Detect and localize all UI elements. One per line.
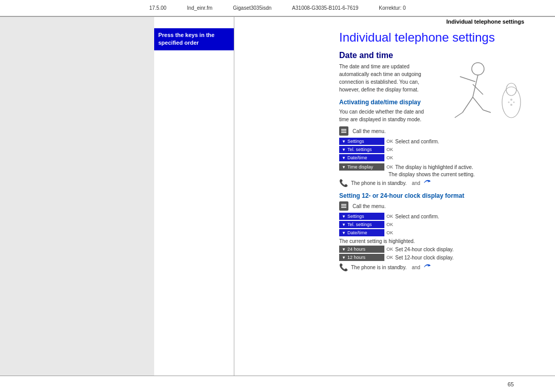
phone-standby-2: The phone is in standby. <box>351 265 406 270</box>
ok-1: OK <box>386 139 393 144</box>
shows-current: The display shows the current setting. <box>388 172 534 177</box>
page-header: 17.5.00 Ind_einr.fm Gigaset3035isdn A310… <box>0 0 555 16</box>
page-number: 65 <box>508 381 514 387</box>
menu-row-1: Call the menu. <box>339 126 427 136</box>
time-display-label: Time display <box>347 164 373 170</box>
ctrl-btn-12h[interactable]: ▼ 12 hours <box>339 254 384 261</box>
svg-line-5 <box>455 113 462 118</box>
svg-rect-15 <box>341 130 346 132</box>
arrow-down-4: ▼ <box>342 165 346 170</box>
svg-line-1 <box>473 75 478 97</box>
arrow-down-2: ▼ <box>342 147 346 152</box>
tel-settings-label-1: Tel. settings <box>347 147 372 152</box>
ctrl-btn-tel-1[interactable]: ▼ Tel. settings <box>339 146 384 153</box>
header-product: Gigaset3035isdn <box>233 5 271 11</box>
settings-label-2: Settings <box>347 214 364 219</box>
vertical-divider <box>234 16 234 376</box>
header-right-title: Individual telephone settings <box>446 18 524 25</box>
standby-row-1: 📞 The phone is in standby. and <box>339 179 534 187</box>
call-menu-2: Call the menu. <box>353 203 385 209</box>
svg-rect-17 <box>341 204 346 205</box>
header-code: A31008-G3035-B101-6-7619 <box>292 5 358 11</box>
and-text-2: and <box>412 265 420 270</box>
svg-point-13 <box>513 102 515 103</box>
ctrl-btn-time[interactable]: ▼ Time display <box>339 163 384 171</box>
page-title: Individual telephone settings <box>339 30 534 45</box>
highlighted-active: The display is highlighted if active. <box>395 164 473 170</box>
set-12h: Set 12-hour clock display. <box>395 255 454 260</box>
current-highlighted: The current setting is highlighted. <box>339 238 534 244</box>
phone-standby-1: The phone is in standby. <box>351 180 406 186</box>
svg-point-11 <box>510 104 512 106</box>
select-confirm-1: Select and confirm. <box>395 139 439 144</box>
svg-line-2 <box>460 77 475 82</box>
arrow-down-7: ▼ <box>342 231 346 235</box>
illustration <box>432 51 534 128</box>
svg-point-8 <box>502 87 521 118</box>
svg-line-6 <box>473 97 483 110</box>
header-correction: Korrektur: 0 <box>379 5 405 11</box>
phone-icon-2: 📞 <box>339 263 348 271</box>
controls-group-2: ▼ Settings OK Select and confirm. ▼ Tel.… <box>339 213 534 236</box>
svg-rect-16 <box>341 132 346 133</box>
ctrl-btn-tel-2[interactable]: ▼ Tel. settings <box>339 221 384 228</box>
svg-rect-19 <box>341 207 346 208</box>
time-display-row: ▼ Time display OK The display is highlig… <box>339 163 534 171</box>
ok-time: OK <box>386 164 393 170</box>
menu-icon-1 <box>339 126 348 136</box>
header-file: Ind_einr.fm <box>187 5 212 11</box>
controls-group-1: ▼ Settings OK Select and confirm. ▼ Tel.… <box>339 138 534 161</box>
svg-point-9 <box>506 83 516 96</box>
curved-arrow-2 <box>423 264 433 271</box>
svg-line-7 <box>483 110 491 113</box>
ctrl-btn-date-1[interactable]: ▼ Date/time <box>339 154 384 161</box>
standby-row-2: 📞 The phone is in standby. and <box>339 263 534 271</box>
svg-point-10 <box>510 99 512 101</box>
ctrl-btn-settings-2[interactable]: ▼ Settings <box>339 213 384 220</box>
ctrl-row-24h: ▼ 24 hours OK Set 24-hour clock display. <box>339 246 534 253</box>
ok-7: OK <box>386 247 393 252</box>
svg-line-4 <box>462 97 473 113</box>
select-confirm-2: Select and confirm. <box>395 214 439 219</box>
page-footer: 65 <box>0 376 555 392</box>
phone-icon-1: 📞 <box>339 179 348 187</box>
ok-4: OK <box>386 214 393 219</box>
ok-6: OK <box>386 230 393 235</box>
ctrl-row-12h: ▼ 12 hours OK Set 12-hour clock display. <box>339 254 534 261</box>
blue-banner-line2: specified order <box>158 40 199 46</box>
ok-5: OK <box>386 222 393 227</box>
tel-settings-label-2: Tel. settings <box>347 222 372 227</box>
menu-icon-2 <box>339 201 348 211</box>
curved-arrow-1 <box>423 179 433 186</box>
12h-label: 12 hours <box>347 255 365 260</box>
ctrl-btn-settings-1[interactable]: ▼ Settings <box>339 138 384 145</box>
ctrl-row-tel-1: ▼ Tel. settings OK <box>339 146 534 153</box>
ok-3: OK <box>386 155 393 160</box>
ctrl-btn-date-2[interactable]: ▼ Date/time <box>339 229 384 236</box>
ctrl-btn-24h[interactable]: ▼ 24 hours <box>339 246 384 253</box>
date-label-1: Date/time <box>347 155 367 160</box>
blue-banner: Press the keys in the specified order <box>154 28 234 50</box>
arrow-down-3: ▼ <box>342 156 346 160</box>
arrow-down-5: ▼ <box>342 214 346 219</box>
arrow-down-9: ▼ <box>342 255 346 260</box>
24h-label: 24 hours <box>347 247 365 252</box>
arrow-down-8: ▼ <box>342 247 346 252</box>
header-separator <box>0 16 555 17</box>
svg-rect-18 <box>341 206 346 207</box>
left-gray-panel <box>0 16 154 376</box>
ctrl-row-date-2: ▼ Date/time OK <box>339 229 534 236</box>
and-text-1: and <box>412 180 420 186</box>
ok-8: OK <box>386 255 393 260</box>
settings-label-1: Settings <box>347 139 364 144</box>
ctrl-row-tel-2: ▼ Tel. settings OK <box>339 221 534 228</box>
svg-point-12 <box>508 102 510 103</box>
call-menu-1: Call the menu. <box>353 128 385 134</box>
ctrl-row-settings-1: ▼ Settings OK Select and confirm. <box>339 138 534 145</box>
setting-heading: Setting 12- or 24-hour clock display for… <box>339 192 534 199</box>
blue-banner-line1: Press the keys in the <box>158 32 214 38</box>
ctrl-row-time: ▼ Time display OK The display is highlig… <box>339 163 534 171</box>
svg-point-0 <box>472 63 484 75</box>
svg-rect-14 <box>341 129 346 130</box>
header-version: 17.5.00 <box>149 5 166 11</box>
